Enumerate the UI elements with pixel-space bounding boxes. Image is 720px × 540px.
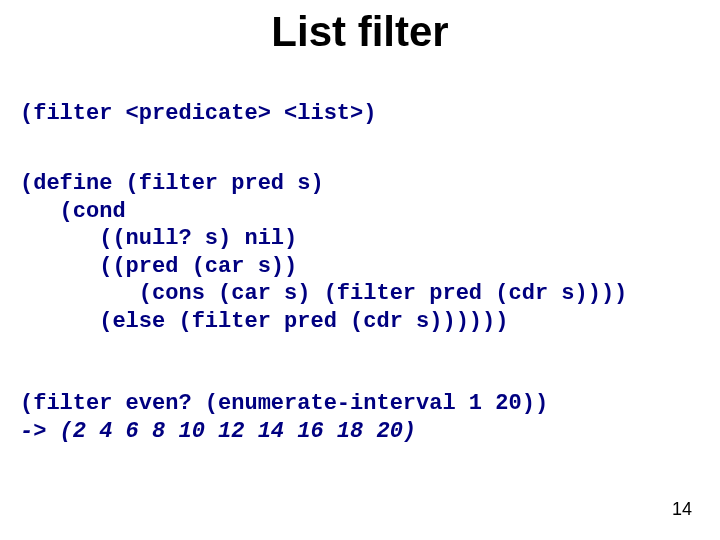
- filter-definition: (define (filter pred s) (cond ((null? s)…: [20, 170, 627, 335]
- example-call: (filter even? (enumerate-interval 1 20)): [20, 390, 548, 418]
- example-result: -> (2 4 6 8 10 12 14 16 18 20): [20, 418, 416, 446]
- slide: List filter (filter <predicate> <list>) …: [0, 0, 720, 540]
- filter-signature: (filter <predicate> <list>): [20, 100, 376, 128]
- slide-title: List filter: [0, 8, 720, 56]
- page-number: 14: [672, 499, 692, 520]
